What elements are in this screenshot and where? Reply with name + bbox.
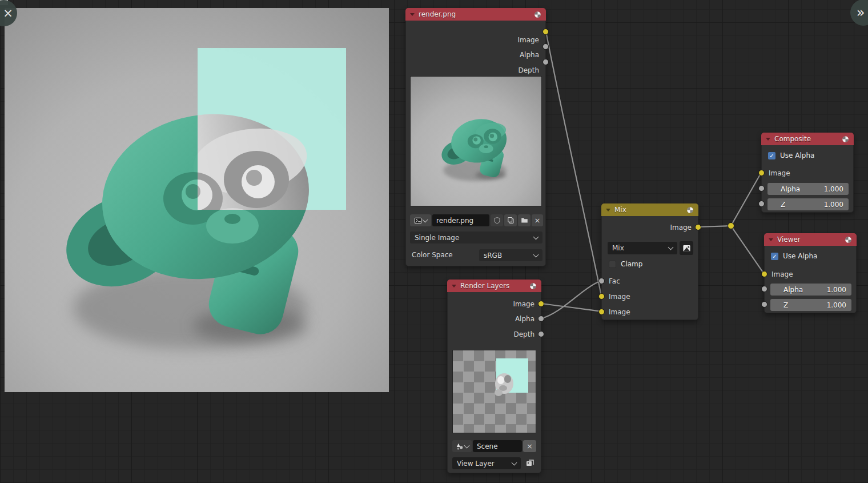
image-source-value: Single Image: [415, 234, 459, 242]
alpha-value: 1.000: [827, 286, 846, 294]
z-label: Z: [783, 301, 788, 309]
use-alpha-checkbox-row[interactable]: ✓ Use Alpha: [768, 150, 814, 161]
reroute-node[interactable]: [728, 223, 734, 229]
scene-datablock-button[interactable]: [452, 440, 472, 452]
image-icon-button[interactable]: [680, 241, 693, 255]
viewer-node-title: Viewer: [777, 235, 801, 244]
use-alpha-checkbox[interactable]: ✓: [768, 152, 775, 159]
copy-icon: [507, 217, 515, 224]
alpha-slider[interactable]: Alpha 1.000: [767, 183, 849, 195]
socket-depth-output[interactable]: [538, 331, 544, 337]
viewer-node-header[interactable]: Viewer: [764, 233, 857, 246]
socket-image-output[interactable]: [538, 301, 544, 307]
image-node-header[interactable]: render.png: [405, 8, 546, 21]
scene-name-field[interactable]: Scene: [473, 440, 522, 452]
view-layer-select[interactable]: View Layer: [452, 457, 521, 469]
chevron-down-icon: [512, 460, 517, 465]
output-label-depth: Depth: [448, 329, 541, 340]
output-label-alpha: Alpha: [406, 49, 545, 61]
image-icon: [682, 244, 691, 253]
close-icon: ×: [527, 442, 533, 450]
alpha-slider[interactable]: Alpha 1.000: [770, 284, 851, 296]
socket-image-output[interactable]: [695, 224, 701, 230]
z-slider[interactable]: Z 1.000: [770, 299, 851, 311]
alpha-value: 1.000: [824, 185, 843, 193]
use-alpha-label: Use Alpha: [780, 151, 814, 159]
output-label-image: Image: [406, 34, 545, 46]
socket-z-input[interactable]: [761, 301, 767, 308]
clamp-checkbox[interactable]: [609, 261, 616, 268]
double-chevron-right-icon: »: [857, 5, 865, 21]
duplicate-datablock-button[interactable]: [504, 214, 517, 226]
image-datablock-type-button[interactable]: [410, 214, 431, 226]
z-slider[interactable]: Z 1.000: [767, 198, 849, 210]
collapse-triangle-icon[interactable]: [606, 209, 610, 211]
socket-image2-input[interactable]: [598, 309, 605, 315]
mix-node[interactable]: Mix Image Mix Clamp Fac Image Image: [601, 203, 698, 320]
input-label-fac: Fac: [602, 276, 698, 287]
socket-image1-input[interactable]: [598, 293, 605, 300]
use-alpha-checkbox[interactable]: ✓: [771, 253, 778, 260]
viewer-node[interactable]: Viewer ✓ Use Alpha Image Alpha 1.000 Z 1…: [764, 233, 857, 313]
collapse-triangle-icon[interactable]: [410, 13, 415, 16]
image-source-select[interactable]: Single Image: [410, 231, 542, 244]
render-layers-title: Render Layers: [460, 282, 509, 290]
socket-image-input[interactable]: [761, 271, 767, 277]
socket-image-input[interactable]: [758, 170, 765, 176]
render-single-layer-button[interactable]: [523, 456, 536, 469]
composite-node-header[interactable]: Composite: [761, 133, 854, 145]
composite-node[interactable]: Composite ✓ Use Alpha Image Alpha 1.000 …: [761, 133, 854, 213]
image-icon: [414, 217, 422, 225]
socket-depth-output[interactable]: [542, 59, 549, 65]
image-node-preview: [410, 76, 542, 206]
input-label-image2: Image: [602, 306, 698, 318]
blend-mode-select[interactable]: Mix: [608, 242, 677, 254]
use-alpha-checkbox-row[interactable]: ✓ Use Alpha: [771, 251, 817, 261]
socket-alpha-output[interactable]: [538, 316, 544, 322]
input-label-image: Image: [765, 269, 856, 280]
z-label: Z: [781, 201, 785, 209]
clamp-checkbox-row[interactable]: Clamp: [609, 259, 642, 269]
output-label-image: Image: [602, 222, 698, 233]
node-preview-ball-icon: [534, 11, 541, 18]
open-image-button[interactable]: [518, 214, 531, 226]
chevron-down-icon: [423, 217, 428, 222]
socket-alpha-input[interactable]: [758, 185, 765, 191]
clamp-label: Clamp: [621, 260, 642, 268]
color-space-select[interactable]: sRGB: [479, 249, 542, 261]
image-node[interactable]: render.png Image Alpha Depth render.png: [405, 8, 546, 266]
folder-icon: [521, 217, 528, 224]
collapse-triangle-icon[interactable]: [452, 285, 456, 288]
socket-image-output[interactable]: [542, 29, 549, 35]
composite-node-title: Composite: [774, 135, 811, 143]
scene-name-value: Scene: [477, 442, 498, 450]
mix-node-header[interactable]: Mix: [601, 203, 698, 216]
node-preview-ball-icon: [529, 282, 537, 290]
socket-alpha-input[interactable]: [761, 286, 767, 292]
view-layer-value: View Layer: [457, 460, 495, 468]
shield-icon: [493, 217, 501, 224]
use-alpha-label: Use Alpha: [783, 252, 817, 260]
socket-z-input[interactable]: [758, 201, 765, 207]
collapse-triangle-icon[interactable]: [769, 238, 773, 241]
unlink-datablock-button[interactable]: ×: [532, 214, 543, 226]
input-label-image1: Image: [602, 291, 698, 302]
chevron-down-icon: [668, 245, 674, 250]
image-name-value: render.png: [436, 217, 473, 225]
render-layers-node[interactable]: Render Layers Image Alpha Depth Scene × …: [447, 280, 541, 473]
node-preview-ball-icon: [845, 236, 852, 244]
socket-fac-input[interactable]: [598, 278, 605, 284]
chevron-down-icon: [533, 252, 539, 257]
socket-alpha-output[interactable]: [542, 43, 549, 50]
collapse-triangle-icon[interactable]: [766, 138, 770, 141]
fake-user-button[interactable]: [491, 214, 503, 226]
image-name-field[interactable]: render.png: [432, 214, 489, 226]
z-value: 1.000: [827, 301, 846, 309]
chevron-down-icon: [533, 234, 539, 239]
unlink-scene-button[interactable]: ×: [523, 440, 536, 452]
photo-stack-icon: [525, 458, 535, 468]
chevron-down-icon: [464, 442, 469, 448]
alpha-label: Alpha: [781, 185, 800, 193]
render-layers-header[interactable]: Render Layers: [447, 280, 541, 292]
node-preview-ball-icon: [842, 135, 849, 143]
